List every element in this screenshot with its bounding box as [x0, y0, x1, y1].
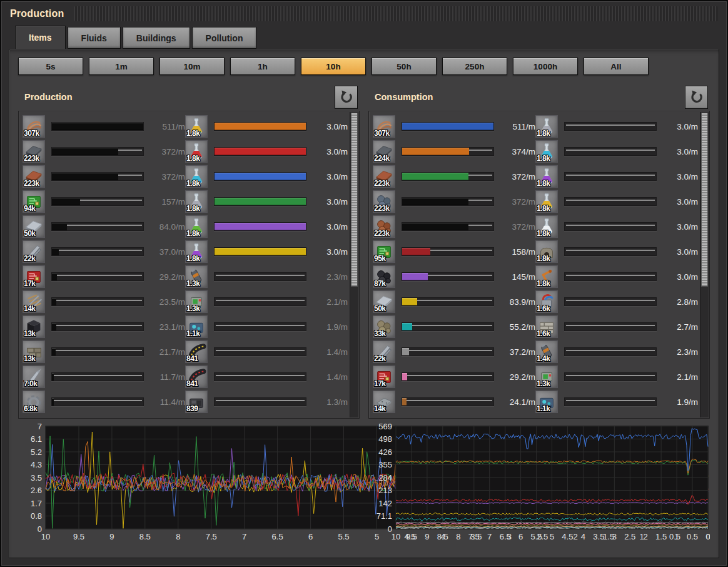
- item-icon-flask-cyan[interactable]: 1.8k: [535, 140, 558, 163]
- item-icon-spike[interactable]: 7.0k: [23, 365, 45, 388]
- table-row[interactable]: 307k511/m1.8k3.0/m: [23, 114, 348, 139]
- table-row[interactable]: 224k374/m1.8k3.0/m: [373, 139, 698, 164]
- production-reset-button[interactable]: [335, 86, 358, 109]
- item-icon-flask-white[interactable]: 1.8k: [535, 215, 558, 238]
- item-icon-module-green[interactable]: 1.3k: [185, 290, 208, 313]
- item-icon-steel-plate[interactable]: 50k: [23, 215, 45, 238]
- time-button-1000h[interactable]: 1000h: [513, 58, 578, 75]
- rate-bar: [51, 372, 144, 381]
- item-icon-pump[interactable]: 1.6k: [535, 290, 558, 313]
- item-icon-machine-blue[interactable]: 1.1k: [535, 391, 558, 413]
- time-button-10m[interactable]: 10m: [159, 58, 225, 75]
- svg-text:4: 4: [581, 532, 585, 541]
- item-cell: 1.1k1.9/m: [535, 391, 698, 413]
- table-row[interactable]: 17k29.2/m1.3k2.1/m: [373, 364, 698, 389]
- table-row[interactable]: 223k372/m1.8k3.0/m: [23, 164, 348, 189]
- item-icon-stone-furnace[interactable]: 1.8k: [535, 240, 558, 263]
- table-row[interactable]: 223k372/m1.8k3.0/m: [373, 164, 698, 189]
- drag-handle[interactable]: [74, 6, 718, 21]
- item-icon-circuit-green[interactable]: 95k: [373, 240, 395, 263]
- item-icon-flask-green[interactable]: 1.8k: [185, 215, 208, 238]
- item-icon-flask-yellow[interactable]: 1.8k: [535, 190, 558, 213]
- table-row[interactable]: 13k23.1/m1.1k1.9/m: [23, 314, 348, 339]
- table-row[interactable]: 223k372/m1.8k3.0/m: [23, 139, 348, 164]
- item-icon-iron-ore[interactable]: 223k: [373, 190, 395, 213]
- item-icon-machine-blue[interactable]: 1.1k: [185, 315, 208, 338]
- table-row[interactable]: 307k511/m1.8k3.0/m: [373, 114, 698, 139]
- item-icon-curve-yellow[interactable]: 841: [185, 340, 208, 363]
- table-row[interactable]: 223k372/m1.8k3.0/m: [373, 189, 698, 214]
- time-button-50h[interactable]: 50h: [372, 58, 437, 75]
- item-icon-iron-plate[interactable]: 223k: [23, 140, 45, 163]
- item-icon-machine-dark[interactable]: 839: [185, 391, 208, 413]
- table-row[interactable]: 7.0k11.7/m8411.4/m: [23, 364, 348, 389]
- item-icon-iron-beam[interactable]: 22k: [373, 340, 395, 363]
- item-icon-stone[interactable]: 33k: [373, 315, 395, 338]
- item-icon-battery[interactable]: 1.3k: [185, 265, 208, 288]
- item-icon-iron-beam[interactable]: 22k: [23, 240, 45, 263]
- item-cell: 1.6k2.8/m: [535, 290, 698, 313]
- scrollbar-thumb[interactable]: [701, 113, 708, 287]
- table-row[interactable]: 87k145/m1.8k3.0/m: [373, 264, 698, 289]
- item-icon-battery[interactable]: 1.4k: [535, 340, 558, 363]
- table-row[interactable]: 22k37.2/m1.4k2.3/m: [373, 339, 698, 364]
- table-row[interactable]: 223k372/m1.8k3.0/m: [373, 214, 698, 239]
- tab-fluids[interactable]: Fluids: [68, 27, 121, 49]
- item-icon-flask-cyan[interactable]: 1.8k: [185, 165, 208, 188]
- table-row[interactable]: 95k158/m1.8k3.0/m: [373, 239, 698, 264]
- table-row[interactable]: 50k83.9/m1.6k2.8/m: [373, 289, 698, 314]
- item-icon-copper-cable[interactable]: 307k: [23, 115, 45, 138]
- item-icon-coal[interactable]: 87k: [373, 265, 395, 288]
- item-icon-black-cube[interactable]: 13k: [23, 315, 45, 338]
- tab-items[interactable]: Items: [15, 26, 66, 49]
- tab-buildings[interactable]: Buildings: [123, 27, 190, 49]
- time-button-all[interactable]: All: [584, 58, 649, 75]
- item-icon-circuit-green[interactable]: 94k: [23, 190, 45, 213]
- consumption-rate-graph: 56949842635528421314271.10109.598.587.57…: [368, 424, 710, 545]
- item-icon-flask-red[interactable]: 1.8k: [185, 140, 208, 163]
- item-cell: 1.8k3.0/m: [185, 140, 348, 163]
- item-icon-wall[interactable]: 1.6k: [535, 315, 558, 338]
- svg-text:8: 8: [176, 532, 180, 541]
- tab-pollution[interactable]: Pollution: [192, 27, 257, 49]
- item-icon-flask-gray[interactable]: 1.8k: [185, 190, 208, 213]
- table-row[interactable]: 17k29.2/m1.3k2.3/m: [23, 264, 348, 289]
- time-button-1m[interactable]: 1m: [89, 58, 154, 75]
- consumption-reset-button[interactable]: [685, 86, 708, 109]
- item-icon-iron-plate[interactable]: 224k: [373, 140, 395, 163]
- table-row[interactable]: 14k23.5/m1.3k2.1/m: [23, 289, 348, 314]
- scrollbar-thumb[interactable]: [351, 113, 358, 287]
- time-button-1h[interactable]: 1h: [230, 58, 295, 75]
- item-icon-flask-purple[interactable]: 1.8k: [185, 240, 208, 263]
- item-icon-curve-red[interactable]: 841: [185, 365, 208, 388]
- item-icon-copper-ore[interactable]: 223k: [373, 215, 395, 238]
- table-row[interactable]: 14k24.1/m1.1k1.9/m: [373, 389, 698, 414]
- item-icon-flask-gray[interactable]: 1.8k: [535, 115, 558, 138]
- table-row[interactable]: 33k55.2/m1.6k2.7/m: [373, 314, 698, 339]
- item-icon-copper-cable[interactable]: 307k: [373, 115, 395, 138]
- production-scrollbar[interactable]: [350, 112, 358, 417]
- item-icon-flask-purple[interactable]: 1.8k: [535, 165, 558, 188]
- item-icon-copper-plate[interactable]: 223k: [373, 165, 395, 188]
- consumption-scrollbar[interactable]: [700, 112, 709, 417]
- item-icon-steel-plate[interactable]: 50k: [373, 290, 395, 313]
- time-button-10h[interactable]: 10h: [301, 58, 366, 75]
- item-icon-stone-brick[interactable]: 13k: [23, 340, 45, 363]
- item-icon-module-green[interactable]: 1.3k: [535, 365, 558, 388]
- time-button-5s[interactable]: 5s: [18, 58, 83, 75]
- item-icon-circuit-red[interactable]: 17k: [373, 365, 395, 388]
- time-button-250h[interactable]: 250h: [442, 58, 507, 75]
- item-icon-concrete[interactable]: 14k: [373, 391, 395, 413]
- svg-text:4.3: 4.3: [31, 460, 42, 469]
- table-row[interactable]: 22k37.0/m1.8k3.0/m: [23, 239, 348, 264]
- table-row[interactable]: 6.8k11.4/m8391.3/m: [23, 389, 348, 414]
- table-row[interactable]: 94k157/m1.8k3.0/m: [23, 189, 348, 214]
- item-icon-copper-plate[interactable]: 223k: [23, 165, 45, 188]
- item-icon-rail[interactable]: 14k: [23, 290, 45, 313]
- item-icon-flask-yellow[interactable]: 1.8k: [185, 115, 208, 138]
- table-row[interactable]: 13k21.7/m8411.4/m: [23, 339, 348, 364]
- item-icon-inserter[interactable]: 1.8k: [535, 265, 558, 288]
- table-row[interactable]: 50k84.0/m1.8k3.0/m: [23, 214, 348, 239]
- item-icon-circuit-red[interactable]: 17k: [23, 265, 45, 288]
- item-icon-gear[interactable]: 6.8k: [23, 391, 45, 413]
